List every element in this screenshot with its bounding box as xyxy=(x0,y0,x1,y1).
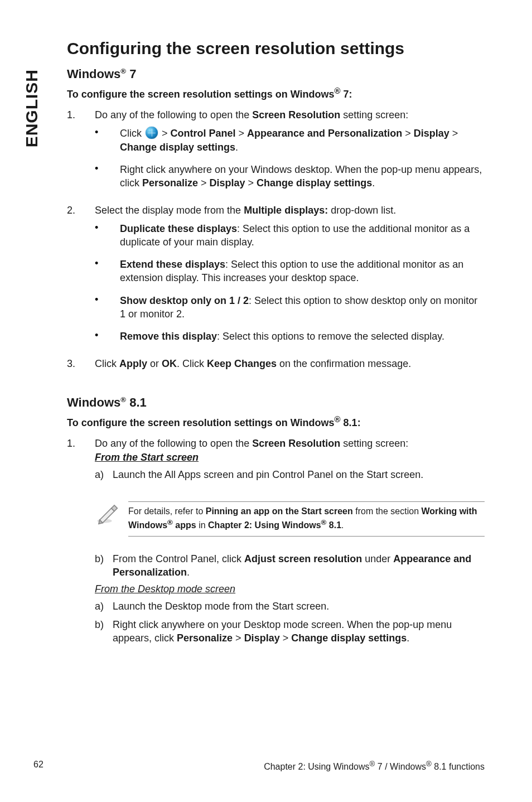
registered-mark: ® xyxy=(335,414,341,424)
text-bold: Apply xyxy=(119,358,147,369)
win81-subtitle-suffix: 8.1: xyxy=(341,417,361,428)
bullet-dot: • xyxy=(95,222,120,249)
text: Click xyxy=(95,358,119,369)
list-letter: b) xyxy=(95,618,113,645)
text-line: Do any of the following to open the Scre… xyxy=(95,438,485,450)
bullet-text: Right click anywhere on your Windows des… xyxy=(120,163,485,190)
text: Do any of the following to open the xyxy=(95,438,252,449)
text: > xyxy=(449,128,458,139)
text: > xyxy=(159,128,171,139)
win7-subtitle-suffix: 7: xyxy=(341,89,352,100)
text: in xyxy=(196,520,208,530)
text: or xyxy=(147,358,162,369)
text-bold: Display xyxy=(244,632,280,644)
list-number: 1. xyxy=(67,109,95,199)
page-title: Configuring the screen resolution settin… xyxy=(67,39,485,58)
bullet-dot: • xyxy=(95,330,120,343)
bullet-dot: • xyxy=(95,127,120,154)
win7-heading-suffix: 7 xyxy=(126,67,136,81)
text: Select the display mode from the xyxy=(95,205,244,216)
bullet-text: Extend these displays: Select this optio… xyxy=(120,258,485,285)
text: > xyxy=(402,128,414,139)
win81-heading: Windows® 8.1 xyxy=(67,395,485,410)
text: from the section xyxy=(353,506,422,516)
registered-mark: ® xyxy=(321,518,327,526)
registered-mark: ® xyxy=(426,760,432,768)
text: under xyxy=(362,553,393,564)
registered-mark: ® xyxy=(167,518,173,526)
win7-heading: Windows® 7 xyxy=(67,67,485,81)
text: : Select this options to remove the sele… xyxy=(217,331,444,342)
text: . xyxy=(235,142,238,153)
win7-subtitle-prefix: To configure the screen resolution setti… xyxy=(67,89,335,100)
registered-mark: ® xyxy=(120,67,126,75)
text: Click xyxy=(120,128,144,139)
win81-heading-suffix: 8.1 xyxy=(126,395,147,409)
page-footer: 62 Chapter 2: Using Windows® 7 / Windows… xyxy=(33,760,485,772)
note-text: For details, refer to Pinning an app on … xyxy=(128,505,485,532)
text-line: Click Apply or OK. Click Keep Changes on… xyxy=(95,358,485,370)
text: Launch the Desktop mode from the Start s… xyxy=(113,600,329,613)
bullet-text: Show desktop only on 1 / 2: Select this … xyxy=(120,294,485,321)
text: . xyxy=(341,520,344,530)
win7-subtitle: To configure the screen resolution setti… xyxy=(67,86,485,100)
language-tab: ENGLISH xyxy=(22,69,41,147)
windows-start-orb-icon xyxy=(146,127,158,139)
text-line: Right click anywhere on your Desktop mod… xyxy=(113,618,485,645)
text-bold: Display xyxy=(414,128,449,139)
text-bold: Keep Changes xyxy=(207,358,277,369)
text-bold: Multiple displays: xyxy=(244,205,328,216)
note-pen-icon xyxy=(95,501,128,525)
text: > xyxy=(233,632,244,644)
text-bold: Change display settings xyxy=(120,142,235,153)
text: Launch the All Apps screen and pin Contr… xyxy=(113,468,423,481)
text-bold: Display xyxy=(210,177,245,189)
text-bold: Screen Resolution xyxy=(252,438,340,449)
text: . xyxy=(187,567,190,578)
text: > xyxy=(280,632,292,644)
text: . xyxy=(407,632,409,644)
text: . Click xyxy=(177,358,207,369)
win7-heading-prefix: Windows xyxy=(67,67,120,81)
text-bold: Chapter 2: Using Windows® 8.1 xyxy=(208,520,341,530)
bullet-text: Remove this display: Select this options… xyxy=(120,330,485,343)
bullet-dot: • xyxy=(95,258,120,285)
text: From the Control Panel, click xyxy=(113,553,244,564)
registered-mark: ® xyxy=(370,760,375,768)
from-start-screen-heading: From the Start screen xyxy=(95,452,199,463)
note-block: For details, refer to Pinning an app on … xyxy=(95,501,485,537)
list-letter: b) xyxy=(95,552,113,579)
text-bold: Personalize xyxy=(177,632,233,644)
bullet-text: Duplicate these displays: Select this op… xyxy=(120,222,485,249)
text: setting screen: xyxy=(340,438,408,449)
text-bold: Control Panel xyxy=(171,128,236,139)
registered-mark: ® xyxy=(120,395,126,404)
text-bold: OK xyxy=(162,358,177,369)
list-number: 3. xyxy=(67,358,95,370)
bullet-dot: • xyxy=(95,163,120,190)
text-bold: Screen Resolution xyxy=(252,109,340,120)
text: > xyxy=(245,177,257,189)
text-bold: Show desktop only on 1 / 2 xyxy=(120,295,249,306)
win81-subtitle-prefix: To configure the screen resolution setti… xyxy=(67,417,335,428)
text-bold: Duplicate these displays xyxy=(120,223,237,234)
text: > xyxy=(236,128,248,139)
list-letter: a) xyxy=(95,468,113,481)
list-number: 2. xyxy=(67,205,95,352)
divider xyxy=(128,501,485,502)
win81-subtitle: To configure the screen resolution setti… xyxy=(67,414,485,429)
page-number: 62 xyxy=(33,760,43,772)
text: drop-down list. xyxy=(328,205,396,216)
text: For details, refer to xyxy=(128,506,206,516)
win81-heading-prefix: Windows xyxy=(67,395,120,409)
text-bold: Pinning an app on the Start screen xyxy=(206,506,353,516)
text-bold: Remove this display xyxy=(120,331,217,342)
chapter-title: Chapter 2: Using Windows® 7 / Windows® 8… xyxy=(264,760,485,772)
text-line: From the Control Panel, click Adjust scr… xyxy=(113,552,485,579)
from-desktop-mode-heading: From the Desktop mode screen xyxy=(95,583,235,595)
divider xyxy=(128,536,485,537)
text-bold: Appearance and Personalization xyxy=(247,128,402,139)
text: . xyxy=(372,177,375,189)
text-bold: Extend these displays xyxy=(120,259,225,270)
bullet-dot: • xyxy=(95,294,120,321)
